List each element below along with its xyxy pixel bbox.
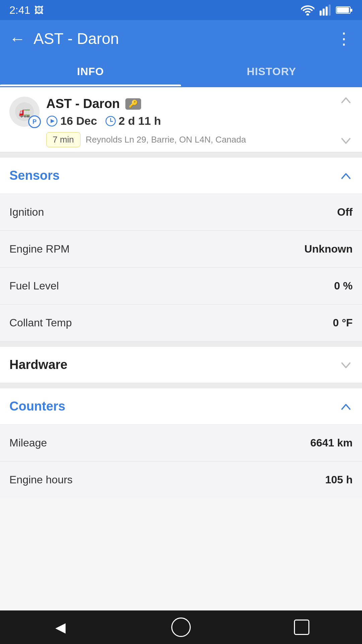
status-time: 2:41 bbox=[9, 4, 30, 16]
sensor-row-ignition: Ignition Off bbox=[0, 194, 362, 231]
battery-icon bbox=[336, 5, 353, 15]
counter-value-engine-hours: 105 h bbox=[325, 474, 353, 486]
counter-label-mileage: Mileage bbox=[9, 437, 47, 449]
divider-3 bbox=[0, 383, 362, 388]
bottom-nav: ◀ bbox=[0, 610, 362, 644]
sensor-label-rpm: Engine RPM bbox=[9, 243, 70, 255]
svg-rect-6 bbox=[337, 7, 349, 13]
tab-bar: INFO HISTORY bbox=[0, 57, 362, 87]
divider-2 bbox=[0, 341, 362, 347]
vehicle-card: 🚛 P AST - Daron 🔑 16 Dec bbox=[0, 87, 362, 152]
counters-chevron-icon bbox=[339, 400, 353, 413]
sensor-value-collant: 0 °F bbox=[333, 317, 353, 329]
more-options-button[interactable]: ⋮ bbox=[336, 29, 353, 48]
counter-row-engine-hours: Engine hours 105 h bbox=[0, 462, 362, 498]
svg-rect-2 bbox=[326, 7, 328, 16]
nav-back-button[interactable]: ◀ bbox=[47, 614, 74, 641]
svg-rect-3 bbox=[329, 5, 331, 16]
divider-1 bbox=[0, 152, 362, 158]
svg-rect-1 bbox=[323, 9, 325, 16]
counter-row-mileage: Mileage 6641 km bbox=[0, 425, 362, 462]
counters-title: Counters bbox=[9, 399, 65, 414]
sensor-label-collant: Collant Temp bbox=[9, 317, 72, 329]
hardware-section-header[interactable]: Hardware bbox=[0, 347, 362, 383]
sensor-label-fuel: Fuel Level bbox=[9, 280, 59, 292]
sensor-value-fuel: 0 % bbox=[334, 280, 353, 292]
signal-icon bbox=[319, 4, 331, 16]
key-icon: 🔑 bbox=[125, 98, 141, 110]
time-badge: 7 min bbox=[46, 132, 80, 147]
vehicle-address: Reynolds Ln 29, Barrie, ON L4N, Canada bbox=[86, 135, 246, 145]
sensor-value-ignition: Off bbox=[337, 206, 353, 218]
gallery-icon: 🖼 bbox=[34, 5, 44, 16]
counter-label-engine-hours: Engine hours bbox=[9, 474, 73, 486]
svg-rect-5 bbox=[351, 9, 352, 12]
nav-back-icon: ◀ bbox=[55, 620, 66, 635]
back-button[interactable]: ← bbox=[9, 30, 25, 48]
counter-rows: Mileage 6641 km Engine hours 105 h bbox=[0, 425, 362, 498]
sensors-title: Sensors bbox=[9, 168, 60, 183]
clock-icon bbox=[105, 116, 116, 126]
duration-info: 2 d 11 h bbox=[105, 114, 161, 127]
counter-value-mileage: 6641 km bbox=[310, 437, 353, 449]
hardware-chevron-icon bbox=[339, 358, 353, 372]
sensor-value-rpm: Unknown bbox=[304, 243, 353, 255]
sensor-row-rpm: Engine RPM Unknown bbox=[0, 231, 362, 268]
vehicle-name: AST - Daron bbox=[46, 97, 120, 111]
status-bar: 2:41 🖼 bbox=[0, 0, 362, 20]
parking-badge: P bbox=[28, 115, 41, 128]
nav-home-icon bbox=[171, 618, 191, 637]
svg-rect-0 bbox=[320, 11, 322, 16]
sensor-row-fuel: Fuel Level 0 % bbox=[0, 268, 362, 305]
app-bar-title: AST - Daron bbox=[34, 30, 336, 48]
card-collapse-icon[interactable] bbox=[339, 93, 353, 107]
wifi-icon bbox=[301, 5, 314, 15]
svg-marker-10 bbox=[51, 119, 55, 123]
sensors-chevron-icon bbox=[339, 169, 353, 182]
sensor-label-ignition: Ignition bbox=[9, 206, 44, 218]
sensor-row-collant: Collant Temp 0 °F bbox=[0, 305, 362, 341]
date-info: 16 Dec bbox=[46, 114, 97, 127]
hardware-title: Hardware bbox=[9, 358, 67, 372]
nav-recents-icon bbox=[294, 620, 309, 635]
play-icon bbox=[46, 115, 58, 127]
counters-section-header[interactable]: Counters bbox=[0, 388, 362, 425]
svg-text:🚛: 🚛 bbox=[19, 107, 31, 118]
sensor-rows: Ignition Off Engine RPM Unknown Fuel Lev… bbox=[0, 194, 362, 341]
avatar: 🚛 P bbox=[9, 97, 40, 127]
app-bar: ← AST - Daron ⋮ bbox=[0, 20, 362, 57]
nav-home-button[interactable] bbox=[168, 614, 194, 641]
nav-recents-button[interactable] bbox=[288, 614, 315, 641]
tab-history[interactable]: HISTORY bbox=[181, 57, 362, 86]
tab-info[interactable]: INFO bbox=[0, 57, 181, 86]
card-expand-icon[interactable] bbox=[339, 134, 353, 147]
sensors-section-header[interactable]: Sensors bbox=[0, 158, 362, 194]
